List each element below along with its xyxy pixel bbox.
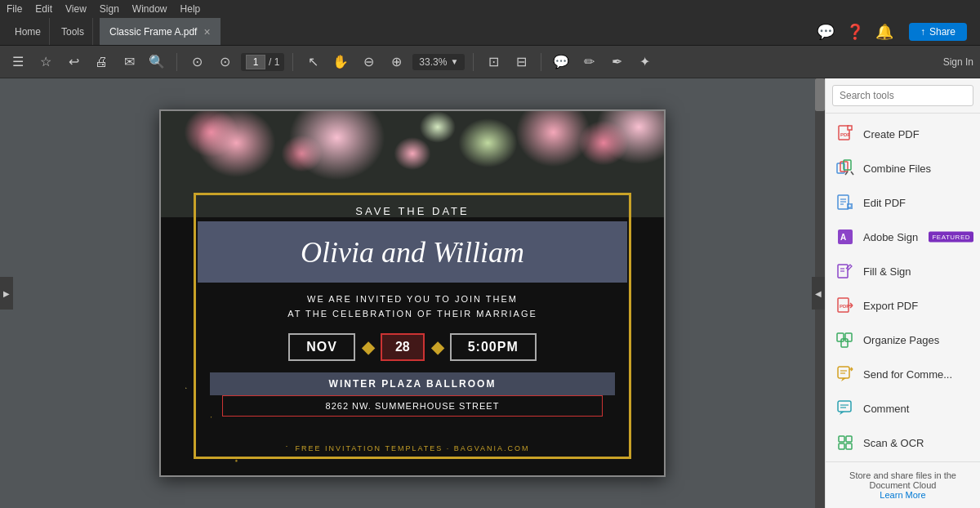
export-pdf-label: Export PDF (863, 300, 918, 312)
comment-icon[interactable]: 💬 (814, 20, 837, 43)
menu-edit[interactable]: Edit (35, 3, 52, 15)
svg-line-8 (851, 172, 853, 175)
pdf-scrollbar-thumb[interactable] (815, 78, 825, 111)
month-box: NOV (288, 333, 355, 361)
scan-ocr-icon (835, 433, 855, 452)
right-panel-toggle[interactable]: ◀ (812, 277, 825, 310)
svg-rect-29 (838, 367, 849, 378)
learn-more-link[interactable]: Learn More (835, 490, 970, 500)
fill-sign-icon (835, 261, 855, 281)
menu-sign[interactable]: Sign (100, 3, 119, 15)
svg-rect-26 (837, 333, 844, 341)
zoom-display[interactable]: 33.3% ▼ (412, 54, 465, 70)
back-icon[interactable]: ↩ (62, 51, 85, 74)
tool-export-pdf[interactable]: PDF Export PDF (826, 288, 980, 323)
menu-window[interactable]: Window (132, 3, 167, 15)
invite-line2: AT THE CELEBRATION OF THEIR MARRIAGE (161, 307, 664, 322)
combine-files-label: Combine Files (863, 163, 931, 175)
pdf-page: SAVE THE DATE Olivia and William WE ARE … (159, 109, 666, 477)
tool-adobe-sign[interactable]: A Adobe Sign FEATURED (826, 220, 980, 254)
left-panel-toggle[interactable]: ▶ (0, 277, 13, 310)
tool-scan-ocr[interactable]: Scan & OCR (826, 426, 980, 460)
svg-rect-2 (848, 126, 852, 130)
venue-box: WINTER PLAZA BALLROOM (210, 372, 615, 395)
svg-text:A: A (840, 233, 846, 242)
tool-protect[interactable]: Protect (826, 460, 980, 461)
zoom-dropdown-icon: ▼ (450, 57, 458, 66)
select-tool-icon[interactable]: ↖ (301, 51, 324, 74)
search-icon[interactable]: 🔍 (145, 51, 168, 74)
edit-pdf-icon (835, 193, 855, 212)
menu-view[interactable]: View (65, 3, 87, 15)
page-total: / 1 (269, 56, 279, 68)
time-box: 5:00PM (450, 333, 537, 361)
highlight-icon[interactable]: ✒ (605, 51, 628, 74)
tool-fill-sign[interactable]: Fill & Sign (826, 254, 980, 288)
toolbar-sep-2 (292, 53, 293, 71)
send-comment-label: Send for Comme... (863, 368, 952, 381)
notification-icon[interactable]: 🔔 (873, 20, 896, 43)
toolbar-right: Sign In (943, 56, 973, 68)
share-button[interactable]: ↑ Share (909, 23, 967, 41)
pdf-viewer: ▶ SAVE THE DATE Olivia and William (0, 78, 825, 508)
toolbar-sep-1 (176, 53, 177, 71)
tool-create-pdf[interactable]: PDF Create PDF (826, 117, 980, 151)
bookmark-icon[interactable]: ☆ (34, 51, 57, 74)
print-icon[interactable]: 🖨 (90, 51, 113, 74)
tab-file[interactable]: Classic Frame A.pdf × (100, 18, 220, 45)
tool-organize-pages[interactable]: Organize Pages (826, 323, 980, 357)
menu-help[interactable]: Help (180, 3, 201, 15)
combine-files-icon (835, 158, 855, 178)
tab-home[interactable]: Home (7, 18, 50, 45)
svg-rect-28 (841, 339, 848, 347)
fit-page-icon[interactable]: ⊡ (482, 51, 505, 74)
mail-icon[interactable]: ✉ (118, 51, 140, 74)
search-tools-input[interactable] (832, 85, 973, 106)
tool-comment[interactable]: Comment (826, 391, 980, 426)
sign-in-label[interactable]: Sign In (943, 56, 973, 68)
send-comment-icon (835, 364, 855, 384)
marquee-zoom-icon[interactable]: ⊟ (510, 51, 532, 74)
zoom-out-icon[interactable]: ⊖ (357, 51, 380, 74)
panel-footer-text: Store and share files in the Document Cl… (835, 470, 970, 490)
tab-close-button[interactable]: × (203, 26, 210, 38)
invitation-card: SAVE THE DATE Olivia and William WE ARE … (159, 109, 666, 477)
svg-text:PDF: PDF (840, 132, 850, 137)
tab-bar: Home Tools Classic Frame A.pdf × 💬 ❓ 🔔 ↑… (0, 18, 980, 46)
main-area: ▶ SAVE THE DATE Olivia and William (0, 78, 980, 508)
page-nav: / 1 (241, 53, 284, 71)
save-date-text: SAVE THE DATE (161, 205, 664, 217)
page-input[interactable] (246, 55, 265, 69)
header-right-icons: 💬 ❓ 🔔 ↑ Share (814, 18, 980, 45)
toolbar: ☰ ☆ ↩ 🖨 ✉ 🔍 ⊙ ⊙ / 1 ↖ ✋ ⊖ ⊕ 33.3% ▼ ⊡ ⊟ … (0, 46, 980, 78)
couple-names: Olivia and William (301, 235, 524, 270)
tool-combine-files[interactable]: Combine Files (826, 151, 980, 185)
toolbar-sep-4 (541, 53, 541, 71)
footer-text: FREE INVITATION TEMPLATES · BAGVANIA.COM (161, 444, 664, 452)
tool-send-for-comment[interactable]: Send for Comme... (826, 357, 980, 391)
featured-badge: FEATURED (929, 232, 973, 243)
right-panel: PDF Create PDF Combine Files (825, 78, 980, 508)
prev-page-icon[interactable]: ⊙ (185, 51, 208, 74)
adobe-sign-label: Adobe Sign (863, 231, 918, 243)
organize-pages-icon (835, 330, 855, 350)
day-box: 28 (381, 333, 425, 361)
tab-nav: Home Tools (0, 18, 100, 45)
tools-list: PDF Create PDF Combine Files (826, 114, 980, 461)
address-box: 8262 NW. SUMMERHOUSE STREET (222, 395, 603, 417)
pen-icon[interactable]: ✏ (577, 51, 600, 74)
menu-file[interactable]: File (7, 3, 22, 15)
menu-bar: File Edit View Sign Window Help (0, 0, 980, 18)
cursor-icon[interactable]: ☰ (7, 51, 29, 74)
sticky-note-icon[interactable]: 💬 (550, 51, 572, 74)
stamp-icon[interactable]: ✦ (633, 51, 656, 74)
adobe-sign-icon: A (835, 227, 855, 247)
panel-footer: Store and share files in the Document Cl… (826, 461, 980, 508)
hand-tool-icon[interactable]: ✋ (329, 51, 352, 74)
tab-tools[interactable]: Tools (53, 18, 93, 45)
tool-edit-pdf[interactable]: Edit PDF (826, 185, 980, 220)
help-icon[interactable]: ❓ (844, 20, 866, 43)
tab-spacer (220, 18, 814, 45)
zoom-in-icon[interactable]: ⊕ (385, 51, 408, 74)
next-page-icon[interactable]: ⊙ (213, 51, 236, 74)
